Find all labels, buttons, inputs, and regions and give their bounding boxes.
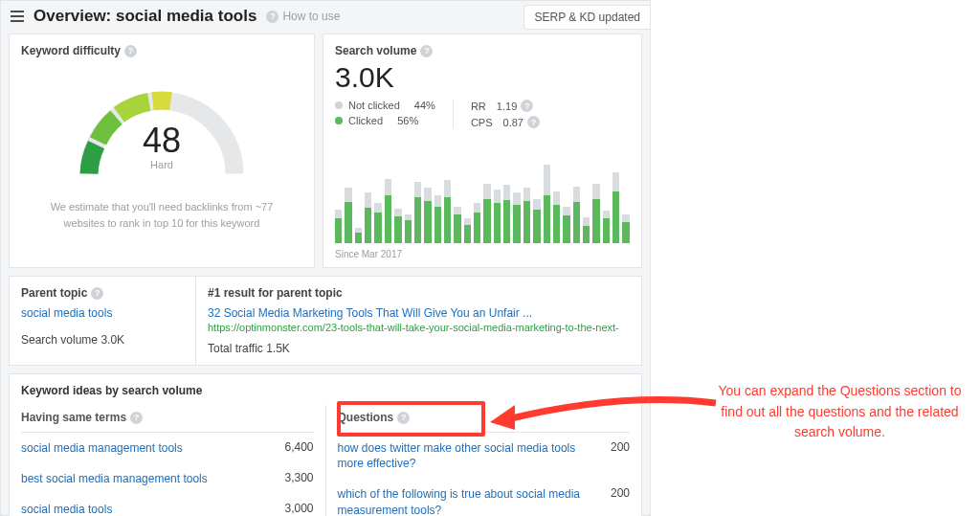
result-one-label: #1 result for parent topic bbox=[208, 286, 630, 300]
chart-bar bbox=[544, 165, 550, 243]
sv-since: Since Mar 2017 bbox=[323, 245, 641, 267]
questions-label: Questions bbox=[338, 411, 394, 424]
chart-bar bbox=[474, 203, 480, 243]
questions-col: Questions? how does twitter make other s… bbox=[325, 405, 642, 516]
chart-bar bbox=[385, 179, 391, 243]
keyword-volume: 6,400 bbox=[284, 440, 313, 454]
keyword-link[interactable]: best social media management tools bbox=[21, 471, 208, 486]
keyword-link[interactable]: social media management tools bbox=[21, 440, 183, 456]
help-icon: ? bbox=[266, 11, 278, 23]
chart-bar bbox=[444, 180, 451, 243]
help-icon[interactable]: ? bbox=[397, 412, 410, 424]
legend-not-clicked: Not clicked 44% bbox=[335, 100, 435, 111]
help-icon[interactable]: ? bbox=[130, 412, 143, 424]
chart-bar bbox=[374, 203, 381, 243]
dot-icon bbox=[335, 117, 343, 124]
chart-bar bbox=[603, 211, 610, 243]
chart-bar bbox=[513, 192, 520, 243]
chart-bar bbox=[335, 210, 342, 243]
result-one-url: https://optinmonster.com/23-tools-that-w… bbox=[208, 322, 619, 333]
hamburger-menu-icon[interactable] bbox=[11, 11, 24, 22]
question-row: which of the following is true about soc… bbox=[338, 479, 631, 516]
sv-value: 3.0K bbox=[323, 61, 641, 100]
sv-trend-chart bbox=[323, 136, 641, 245]
keyword-link[interactable]: social media tools bbox=[21, 502, 112, 516]
how-to-use-link[interactable]: ? How to use bbox=[266, 10, 340, 23]
chart-bar bbox=[583, 217, 590, 243]
pt-search-volume: Search volume 3.0K bbox=[21, 333, 184, 347]
help-icon[interactable]: ? bbox=[521, 100, 533, 112]
top-cards-row: Keyword difficulty ? 48 Hard We bbox=[1, 34, 650, 268]
chart-bar bbox=[533, 199, 540, 243]
chart-bar bbox=[464, 218, 471, 243]
legend-clicked: Clicked 56% bbox=[335, 115, 435, 126]
keyword-volume: 3,000 bbox=[284, 502, 313, 515]
help-icon[interactable]: ? bbox=[527, 116, 540, 128]
same-terms-label: Having same terms bbox=[21, 411, 126, 424]
total-traffic: Total traffic 1.5K bbox=[208, 342, 630, 355]
keyword-row: best social media management tools3,300 bbox=[21, 463, 314, 494]
chart-bar bbox=[622, 214, 629, 243]
chart-bar bbox=[454, 207, 460, 243]
divider bbox=[453, 100, 454, 128]
cps-stat: CPS 0.87 ? bbox=[471, 116, 540, 128]
kd-rating: Hard bbox=[71, 159, 253, 170]
kd-score: 48 bbox=[71, 121, 253, 161]
dot-icon bbox=[335, 101, 343, 109]
search-volume-card: Search volume ? 3.0K Not clicked 44% Cli… bbox=[323, 34, 642, 268]
chart-bar bbox=[612, 172, 619, 243]
page-title: Overview: social media tools bbox=[33, 7, 256, 26]
chart-bar bbox=[394, 209, 401, 243]
chart-bar bbox=[434, 195, 441, 243]
keyword-difficulty-card: Keyword difficulty ? 48 Hard We bbox=[9, 34, 315, 268]
kd-description: We estimate that you'll need backlinks f… bbox=[10, 186, 314, 242]
question-link[interactable]: how does twitter make other social media… bbox=[338, 440, 599, 471]
keyword-ideas-card: Keyword ideas by search volume Having sa… bbox=[9, 373, 642, 516]
chart-bar bbox=[365, 192, 371, 243]
keyword-volume: 3,300 bbox=[284, 471, 313, 484]
help-icon[interactable]: ? bbox=[420, 45, 433, 57]
same-terms-col: Having same terms? social media manageme… bbox=[10, 405, 325, 516]
chart-bar bbox=[523, 188, 530, 243]
keyword-ideas-title: Keyword ideas by search volume bbox=[10, 374, 641, 405]
rr-stat: RR 1.19 ? bbox=[471, 100, 540, 112]
parent-topic-link[interactable]: social media tools bbox=[21, 306, 112, 320]
chart-bar bbox=[405, 214, 412, 243]
chart-bar bbox=[345, 188, 351, 243]
annotation-text: You can expand the Questions section to … bbox=[718, 381, 962, 443]
chart-bar bbox=[592, 184, 599, 243]
chart-bar bbox=[483, 184, 490, 243]
keyword-row: social media tools3,000 bbox=[21, 494, 314, 516]
kd-gauge: 48 Hard bbox=[71, 71, 253, 186]
question-volume: 200 bbox=[611, 440, 630, 454]
chart-bar bbox=[355, 228, 362, 243]
sv-label: Search volume bbox=[335, 44, 416, 57]
chart-bar bbox=[573, 187, 580, 243]
help-icon[interactable]: ? bbox=[91, 287, 103, 300]
result-one-title[interactable]: 32 Social Media Marketing Tools That Wil… bbox=[208, 306, 532, 320]
parent-topic-card: Parent topic? social media tools Search … bbox=[9, 276, 642, 366]
keyword-row: social media management tools6,400 bbox=[21, 433, 314, 463]
help-icon[interactable]: ? bbox=[124, 45, 137, 57]
chart-bar bbox=[563, 207, 569, 243]
chart-bar bbox=[414, 182, 421, 243]
question-row: how does twitter make other social media… bbox=[338, 433, 631, 479]
question-link[interactable]: which of the following is true about soc… bbox=[338, 486, 599, 516]
app-frame: Overview: social media tools ? How to us… bbox=[0, 0, 651, 516]
page-header: Overview: social media tools ? How to us… bbox=[1, 1, 650, 34]
chart-bar bbox=[424, 188, 431, 243]
pt-label: Parent topic bbox=[21, 286, 87, 300]
question-volume: 200 bbox=[611, 486, 630, 500]
chart-bar bbox=[553, 191, 560, 243]
chart-bar bbox=[494, 190, 501, 243]
kd-label: Keyword difficulty bbox=[21, 44, 121, 57]
sv-meta: Not clicked 44% Clicked 56% RR 1.19 ? CP… bbox=[323, 100, 641, 136]
chart-bar bbox=[503, 185, 510, 243]
serp-kd-updated-button[interactable]: SERP & KD updated bbox=[523, 5, 650, 30]
